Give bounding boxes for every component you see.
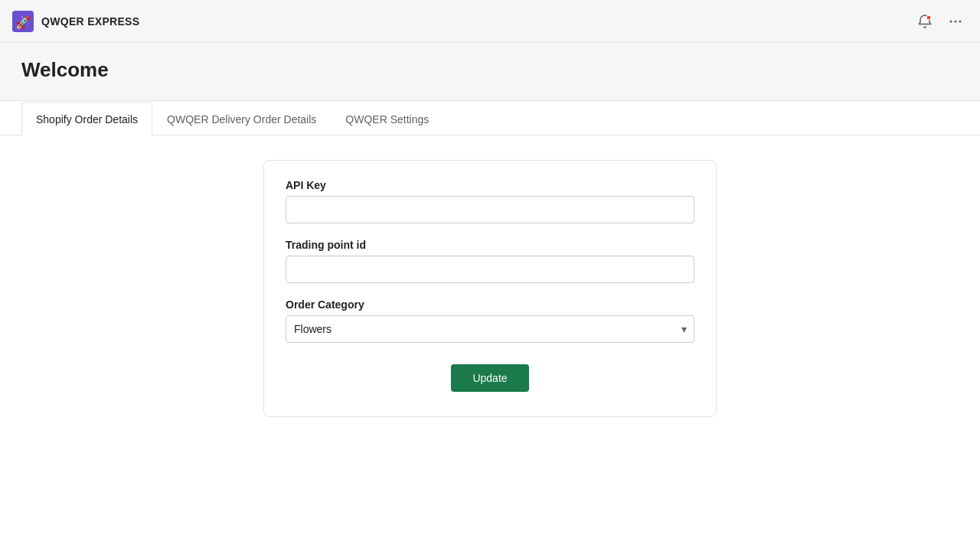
trading-point-input[interactable] [286, 256, 694, 283]
main-content: API Key Trading point id Order Category … [0, 135, 980, 442]
update-btn-wrapper: Update [286, 364, 694, 392]
update-button[interactable]: Update [451, 364, 528, 392]
tab-qwqer-settings[interactable]: QWQER Settings [331, 102, 443, 136]
top-bar: 🚀 QWQER EXPRESS [0, 0, 980, 43]
order-category-select[interactable]: Flowers Documents Food Other [286, 315, 694, 343]
svg-point-2 [926, 15, 931, 20]
tab-shopify-order-details[interactable]: Shopify Order Details [21, 102, 152, 136]
settings-card: API Key Trading point id Order Category … [263, 160, 717, 417]
order-category-group: Order Category Flowers Documents Food Ot… [286, 298, 694, 343]
svg-text:🚀: 🚀 [15, 15, 31, 30]
page-title: Welcome [21, 58, 959, 82]
tab-delivery-order-details[interactable]: QWQER Delivery Order Details [152, 102, 331, 136]
notifications-button[interactable] [913, 11, 937, 32]
trading-point-label: Trading point id [286, 239, 694, 251]
svg-point-4 [955, 20, 957, 22]
api-key-group: API Key [286, 179, 694, 223]
svg-point-3 [950, 20, 952, 22]
app-icon: 🚀 [12, 11, 34, 32]
api-key-label: API Key [286, 179, 694, 191]
top-bar-left: 🚀 QWQER EXPRESS [12, 11, 139, 32]
top-bar-right [913, 11, 968, 32]
welcome-section: Welcome [0, 43, 980, 101]
tabs-bar: Shopify Order Details QWQER Delivery Ord… [0, 101, 980, 135]
order-category-select-wrapper: Flowers Documents Food Other ▾ [286, 315, 694, 343]
bell-icon [917, 14, 933, 29]
svg-point-5 [959, 20, 962, 22]
more-options-button[interactable] [943, 11, 968, 32]
app-title: QWQER EXPRESS [41, 15, 139, 28]
order-category-label: Order Category [286, 298, 694, 311]
api-key-input[interactable] [286, 196, 694, 223]
more-icon [948, 14, 963, 29]
trading-point-group: Trading point id [286, 239, 694, 283]
